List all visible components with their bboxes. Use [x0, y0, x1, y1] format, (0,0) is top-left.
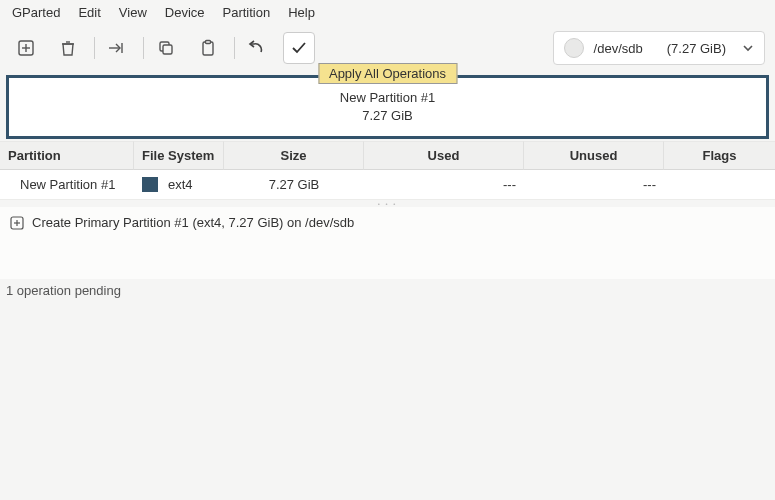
diagram-partition-size: 7.27 GiB	[362, 107, 413, 125]
col-used[interactable]: Used	[364, 141, 524, 170]
menubar: GParted Edit View Device Partition Help	[0, 0, 775, 25]
new-partition-button[interactable]	[10, 32, 42, 64]
diagram-partition-name: New Partition #1	[340, 89, 435, 107]
pending-operation-text[interactable]: Create Primary Partition #1 (ext4, 7.27 …	[32, 215, 354, 230]
table-header: Partition File System Size Used Unused F…	[0, 141, 775, 170]
undo-button[interactable]	[241, 32, 273, 64]
separator	[234, 37, 235, 59]
col-size[interactable]: Size	[224, 141, 364, 170]
status-bar: 1 operation pending	[0, 279, 775, 302]
partition-diagram-area: Apply All Operations New Partition #1 7.…	[0, 75, 775, 139]
menu-device[interactable]: Device	[165, 5, 205, 20]
svg-rect-10	[206, 41, 211, 44]
menu-help[interactable]: Help	[288, 5, 315, 20]
menu-view[interactable]: View	[119, 5, 147, 20]
menu-gparted[interactable]: GParted	[12, 5, 60, 20]
cell-partition: New Partition #1	[0, 175, 134, 194]
filesystem-color-swatch	[142, 177, 158, 192]
disk-icon	[564, 38, 584, 58]
device-size: (7.27 GiB)	[667, 41, 726, 56]
pane-resize-grip[interactable]: • • •	[0, 199, 775, 207]
paste-button[interactable]	[192, 32, 224, 64]
device-path: /dev/sdb	[594, 41, 643, 56]
cell-size: 7.27 GiB	[224, 175, 364, 194]
apply-tooltip: Apply All Operations	[318, 63, 457, 84]
resize-move-button[interactable]	[101, 32, 133, 64]
col-partition[interactable]: Partition	[0, 141, 134, 170]
col-flags[interactable]: Flags	[664, 141, 775, 170]
filesystem-label: ext4	[168, 177, 193, 192]
cell-unused: ---	[524, 175, 664, 194]
col-filesystem[interactable]: File System	[134, 141, 224, 170]
menu-edit[interactable]: Edit	[78, 5, 100, 20]
table-row[interactable]: New Partition #1 ext4 7.27 GiB --- ---	[0, 170, 775, 199]
copy-button[interactable]	[150, 32, 182, 64]
col-unused[interactable]: Unused	[524, 141, 664, 170]
separator	[94, 37, 95, 59]
device-selector[interactable]: /dev/sdb (7.27 GiB)	[553, 31, 765, 65]
chevron-down-icon	[742, 42, 754, 54]
menu-partition[interactable]: Partition	[223, 5, 271, 20]
partition-table: Partition File System Size Used Unused F…	[0, 141, 775, 199]
add-icon	[10, 216, 24, 230]
cell-used: ---	[364, 175, 524, 194]
pending-operations: Create Primary Partition #1 (ext4, 7.27 …	[0, 207, 775, 279]
svg-rect-8	[163, 45, 172, 54]
cell-flags	[664, 175, 775, 194]
table-body: New Partition #1 ext4 7.27 GiB --- ---	[0, 170, 775, 199]
separator	[143, 37, 144, 59]
cell-filesystem: ext4	[134, 175, 224, 194]
apply-button[interactable]	[283, 32, 315, 64]
partition-diagram[interactable]: New Partition #1 7.27 GiB	[6, 75, 769, 139]
delete-button[interactable]	[52, 32, 84, 64]
